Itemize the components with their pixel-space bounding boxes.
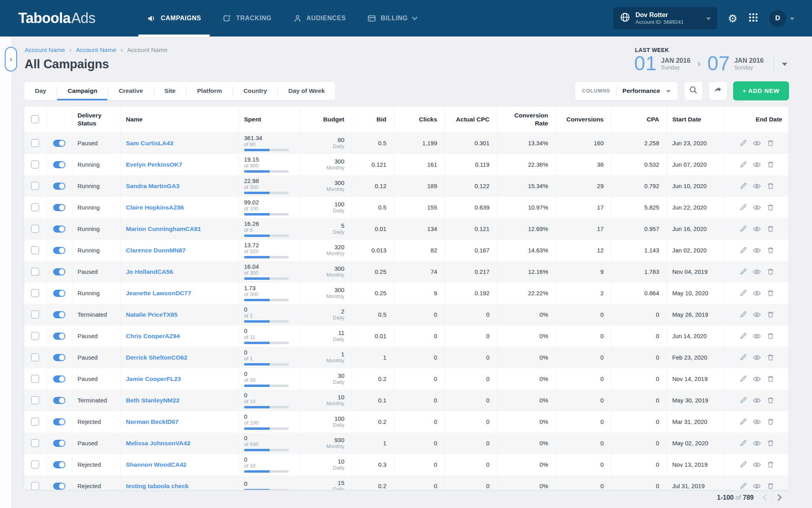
delivery-toggle[interactable] (53, 268, 65, 275)
delivery-toggle[interactable] (53, 290, 65, 297)
edit-pencil-icon[interactable] (739, 289, 747, 297)
tab-campaign[interactable]: Campaign (57, 82, 108, 100)
date-range-picker[interactable]: LAST WEEK 01 JAN 2016 Sunday › 07 JAN 20… (634, 46, 789, 73)
campaign-name-link[interactable]: Melissa JohnsonVA42 (126, 440, 191, 446)
delivery-toggle[interactable] (53, 225, 65, 233)
preview-eye-icon[interactable] (753, 203, 761, 212)
chevron-down-icon[interactable] (790, 15, 795, 22)
campaign-name-link[interactable]: Norman BeckID67 (126, 418, 179, 425)
delete-trash-icon[interactable] (766, 332, 775, 340)
preview-eye-icon[interactable] (753, 439, 761, 448)
row-checkbox[interactable] (31, 482, 39, 490)
delivery-toggle[interactable] (53, 204, 65, 211)
campaign-name-link[interactable]: Jo HollandCA56 (126, 268, 173, 275)
delete-trash-icon[interactable] (766, 182, 775, 190)
campaign-name-link[interactable]: Evelyn PerkinsOK7 (126, 161, 182, 168)
campaign-name-link[interactable]: Jamie CooperFL23 (126, 375, 181, 382)
row-checkbox[interactable] (31, 267, 39, 276)
nav-item-audiences[interactable]: AUDIENCES (282, 0, 357, 37)
campaign-name-link[interactable]: Natalie PriceTX85 (126, 311, 178, 318)
delete-trash-icon[interactable] (766, 289, 775, 297)
campaign-name-link[interactable]: Claire HopkinsAZ86 (126, 204, 184, 211)
delivery-toggle[interactable] (53, 140, 65, 147)
preview-eye-icon[interactable] (753, 160, 761, 169)
row-checkbox[interactable] (31, 160, 39, 169)
delete-trash-icon[interactable] (766, 225, 775, 233)
apps-grid-icon[interactable] (748, 12, 758, 24)
edit-pencil-icon[interactable] (739, 353, 747, 362)
delete-trash-icon[interactable] (766, 482, 775, 490)
tab-day-of-week[interactable]: Day of Week (278, 82, 335, 100)
delivery-toggle[interactable] (53, 397, 65, 404)
tab-creative[interactable]: Creative (108, 82, 153, 100)
delivery-toggle[interactable] (53, 311, 65, 318)
delete-trash-icon[interactable] (766, 139, 775, 147)
campaign-name-link[interactable]: Shannon WoodCA42 (126, 461, 187, 468)
edit-pencil-icon[interactable] (739, 182, 747, 190)
campaign-name-link[interactable]: Jeanette LawsonDC77 (126, 290, 192, 296)
delete-trash-icon[interactable] (766, 375, 775, 383)
delivery-toggle[interactable] (53, 483, 65, 490)
delete-trash-icon[interactable] (766, 267, 775, 276)
edit-pencil-icon[interactable] (739, 460, 747, 469)
delivery-toggle[interactable] (53, 161, 65, 168)
nav-item-billing[interactable]: BILLING (356, 0, 428, 37)
tab-day[interactable]: Day (24, 82, 57, 100)
edit-pencil-icon[interactable] (739, 246, 747, 254)
edit-pencil-icon[interactable] (739, 482, 747, 490)
row-checkbox[interactable] (31, 246, 39, 254)
edit-pencil-icon[interactable] (739, 332, 747, 340)
delete-trash-icon[interactable] (766, 439, 775, 447)
tab-site[interactable]: Site (154, 82, 186, 100)
row-checkbox[interactable] (31, 439, 39, 447)
delivery-toggle[interactable] (53, 354, 65, 361)
edit-pencil-icon[interactable] (739, 139, 747, 147)
row-checkbox[interactable] (31, 375, 39, 383)
campaign-name-link[interactable]: Marion CunninghamCA81 (126, 225, 201, 232)
nav-item-tracking[interactable]: TRACKING (212, 0, 282, 37)
row-checkbox[interactable] (31, 460, 39, 469)
preview-eye-icon[interactable] (753, 418, 761, 426)
delivery-toggle[interactable] (53, 375, 65, 383)
campaign-name-link[interactable]: Sandra MartinGA3 (126, 183, 180, 189)
delivery-toggle[interactable] (53, 440, 65, 447)
row-checkbox[interactable] (31, 225, 39, 233)
delivery-toggle[interactable] (53, 418, 65, 425)
preview-eye-icon[interactable] (753, 246, 761, 255)
preview-eye-icon[interactable] (753, 225, 761, 233)
delete-trash-icon[interactable] (766, 460, 775, 469)
export-button[interactable] (709, 81, 728, 100)
delete-trash-icon[interactable] (766, 396, 775, 404)
preview-eye-icon[interactable] (753, 482, 761, 490)
preview-eye-icon[interactable] (753, 396, 761, 405)
campaign-name-link[interactable]: Beth StanleyNM22 (126, 397, 180, 404)
delivery-toggle[interactable] (53, 247, 65, 254)
edit-pencil-icon[interactable] (739, 375, 747, 383)
delete-trash-icon[interactable] (766, 310, 775, 319)
row-checkbox[interactable] (31, 289, 39, 297)
user-avatar[interactable]: D (769, 10, 786, 27)
select-all-checkbox[interactable] (31, 115, 39, 123)
row-checkbox[interactable] (31, 396, 39, 404)
gear-icon[interactable]: ⚙ (728, 13, 737, 24)
preview-eye-icon[interactable] (753, 460, 761, 469)
row-checkbox[interactable] (31, 182, 39, 190)
preview-eye-icon[interactable] (753, 139, 761, 148)
row-checkbox[interactable] (31, 310, 39, 319)
edit-pencil-icon[interactable] (739, 439, 747, 447)
delivery-toggle[interactable] (53, 183, 65, 190)
edit-pencil-icon[interactable] (739, 160, 747, 169)
tab-platform[interactable]: Platform (186, 82, 233, 100)
edit-pencil-icon[interactable] (739, 267, 747, 276)
edit-pencil-icon[interactable] (739, 225, 747, 233)
row-checkbox[interactable] (31, 139, 39, 147)
delete-trash-icon[interactable] (766, 353, 775, 362)
edit-pencil-icon[interactable] (739, 310, 747, 319)
chevron-down-icon[interactable] (782, 60, 787, 67)
delete-trash-icon[interactable] (766, 246, 775, 254)
edit-pencil-icon[interactable] (739, 396, 747, 404)
row-checkbox[interactable] (31, 353, 39, 362)
row-checkbox[interactable] (31, 418, 39, 426)
sidebar-expand-button[interactable]: › (5, 47, 17, 71)
breadcrumb-link[interactable]: Account Name (76, 46, 116, 54)
